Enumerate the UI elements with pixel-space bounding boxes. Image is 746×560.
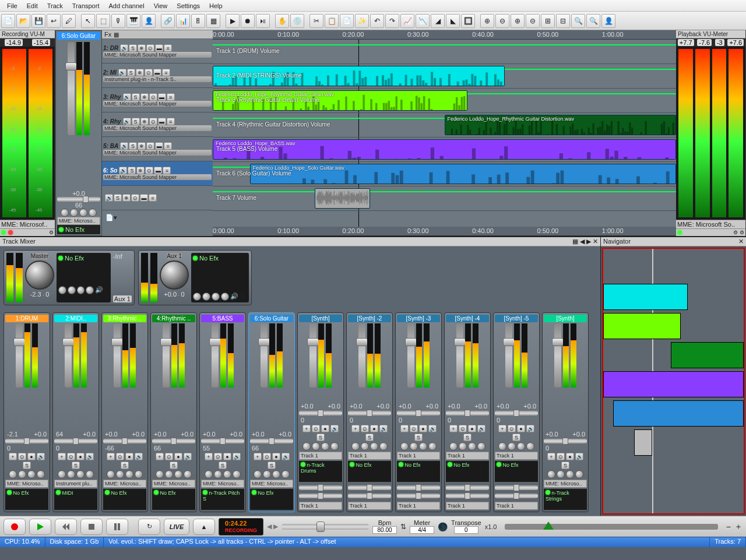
channel-control-icon[interactable]: S	[170, 462, 178, 469]
channel-control-icon[interactable]: 🔊	[281, 453, 290, 460]
toolbar-button[interactable]: ⬚	[96, 14, 110, 28]
menu-file[interactable]: File	[2, 2, 22, 9]
track-control-icon[interactable]: S	[132, 93, 140, 101]
pan-slider[interactable]	[201, 439, 244, 443]
eq-knob[interactable]	[214, 470, 222, 478]
clips-container[interactable]: Track 1 (DRUM) VolumeTrack 2 (MIDI STRIN…	[213, 40, 676, 227]
channel-control-icon[interactable]: ●	[566, 453, 574, 460]
channel-control-icon[interactable]: +	[58, 453, 66, 460]
eq-knob[interactable]	[508, 442, 516, 450]
toolbar-button[interactable]: 📂	[16, 14, 30, 28]
track-control-icon[interactable]: 🔊	[119, 167, 127, 174]
track-header[interactable]: 🔊S❄⊙▬≡	[102, 186, 213, 210]
pan-slider[interactable]	[299, 411, 342, 415]
eq-knob[interactable]	[184, 470, 192, 478]
track-control-icon[interactable]: 🔊	[105, 194, 113, 202]
channel-title[interactable]: 3:Rhythmic ..	[103, 315, 146, 322]
record-button[interactable]	[3, 519, 26, 535]
channel-control-icon[interactable]: 🔊	[233, 453, 241, 460]
clip-row[interactable]: Federico Loddo_Hope_Solo Guitar.wavTrack…	[213, 162, 676, 186]
toolbar-button[interactable]: 🔲	[461, 14, 475, 28]
aux-efx[interactable]: No Efx 🔊 S	[191, 253, 249, 302]
channel-control-icon[interactable]: ⊙	[557, 453, 565, 460]
track-control-icon[interactable]: ❄	[140, 118, 149, 125]
eq-knob[interactable]	[351, 442, 360, 450]
track-control-icon[interactable]: 🔊	[120, 142, 128, 150]
toolbar-button[interactable]: 👤	[601, 14, 615, 28]
eq-knob[interactable]	[575, 470, 583, 478]
toolbar-button[interactable]: 🔍	[571, 14, 585, 28]
toolbar-button[interactable]: ⏺	[241, 14, 255, 28]
channel-title[interactable]: [Synth] -5	[495, 315, 538, 322]
clip-row[interactable]: Track 1 (DRUM) Volume	[213, 40, 676, 64]
eq-knob[interactable]	[410, 442, 418, 450]
pan-slider[interactable]	[250, 439, 293, 443]
master-efx[interactable]: No Efx 🔊 S	[57, 253, 111, 302]
channel-control-icon[interactable]: ●	[272, 453, 280, 460]
toolbar-button[interactable]: 💾	[31, 14, 45, 28]
audio-clip[interactable]: Federico Loddo_Hope_BASS.wav	[213, 139, 676, 160]
channel-pan-slider[interactable]	[57, 197, 100, 202]
channel-efx[interactable]: No Efx	[495, 461, 538, 482]
fader-handle[interactable]	[405, 338, 417, 346]
channel-output[interactable]: MME: Microso..	[5, 480, 48, 488]
track-control-icon[interactable]: ≡	[163, 167, 171, 174]
channel-control-icon[interactable]: ●	[370, 425, 378, 432]
track-control-icon[interactable]: ≡	[164, 142, 172, 150]
track-control-icon[interactable]: ▬	[153, 69, 161, 76]
track-control-icon[interactable]: ≡	[167, 118, 175, 125]
channel-control-icon[interactable]: +	[156, 453, 164, 460]
channel-output[interactable]: Track 1	[495, 452, 538, 460]
channel-control-icon[interactable]: ●	[174, 453, 182, 460]
mixer-controls[interactable]: ▦ ◀ ▶ ✕	[572, 238, 598, 245]
toolbar-button[interactable]: ✋	[275, 14, 289, 28]
fader-handle[interactable]	[209, 338, 221, 346]
toolbar-button[interactable]: 📄	[1, 14, 15, 28]
toolbar-button[interactable]: 🎙	[111, 14, 125, 28]
channel-route[interactable]: Track 1	[348, 502, 391, 510]
toolbar-button[interactable]: 🔍	[586, 14, 600, 28]
metronome-button[interactable]: ▲	[193, 519, 215, 535]
toolbar-button[interactable]: 🖊	[62, 14, 76, 28]
bpm-field[interactable]: Bpm	[372, 519, 397, 534]
channel-route[interactable]: Track 1	[397, 502, 440, 510]
channel-efx[interactable]: No Efx	[348, 461, 391, 482]
track-control-icon[interactable]: S	[128, 167, 136, 174]
channel-control-icon[interactable]: 🔊	[37, 453, 45, 460]
loop-button[interactable]: ↻	[138, 519, 160, 535]
stop-button[interactable]	[80, 519, 103, 535]
eq-knob[interactable]	[86, 470, 94, 478]
channel-control-icon[interactable]: +	[498, 425, 506, 432]
menu-transport[interactable]: Transport	[68, 2, 104, 9]
eq-knob[interactable]	[330, 442, 339, 450]
pan-slider[interactable]	[446, 411, 489, 415]
channel-efx[interactable]: No Efx	[103, 489, 146, 510]
channel-control-icon[interactable]: ⊙	[410, 425, 418, 432]
channel-control-icon[interactable]: ●	[419, 425, 427, 432]
toolbar-button[interactable]: 👤	[142, 14, 156, 28]
channel-control-icon[interactable]: S	[561, 462, 569, 469]
track-control-icon[interactable]: 🔊	[118, 69, 126, 76]
menu-view[interactable]: View	[149, 2, 173, 9]
eq-knob[interactable]	[107, 470, 115, 478]
fader-handle[interactable]	[454, 338, 466, 346]
eq-knob[interactable]	[116, 470, 124, 478]
track-control-icon[interactable]: ▬	[158, 118, 166, 125]
fader-handle[interactable]	[62, 338, 74, 346]
aux-volume-knob[interactable]	[160, 260, 189, 290]
fader-handle[interactable]	[503, 338, 515, 346]
toolbar-button[interactable]: ✂	[309, 14, 323, 28]
channel-control-icon[interactable]: S	[268, 462, 276, 469]
channel-control-icon[interactable]: +	[302, 425, 311, 432]
channel-control-icon[interactable]: ⊙	[116, 453, 124, 460]
toolbar-button[interactable]: 🔗	[161, 14, 175, 28]
track-control-icon[interactable]: S	[132, 118, 140, 125]
channel-control-icon[interactable]: 🔊	[526, 425, 534, 432]
eq-knob[interactable]	[468, 442, 476, 450]
channel-control-icon[interactable]: ●	[321, 425, 329, 432]
channel-control-icon[interactable]: +	[254, 453, 262, 460]
track-header[interactable]: 6: So🔊S❄⊙▬≡MME: Microsoft Sound Mapper	[102, 161, 213, 186]
channel-output[interactable]: MME: Microso..	[201, 480, 244, 488]
channel-title[interactable]: [Synth] -3	[397, 315, 440, 322]
channel-output[interactable]: MME: Microso..	[57, 217, 100, 225]
